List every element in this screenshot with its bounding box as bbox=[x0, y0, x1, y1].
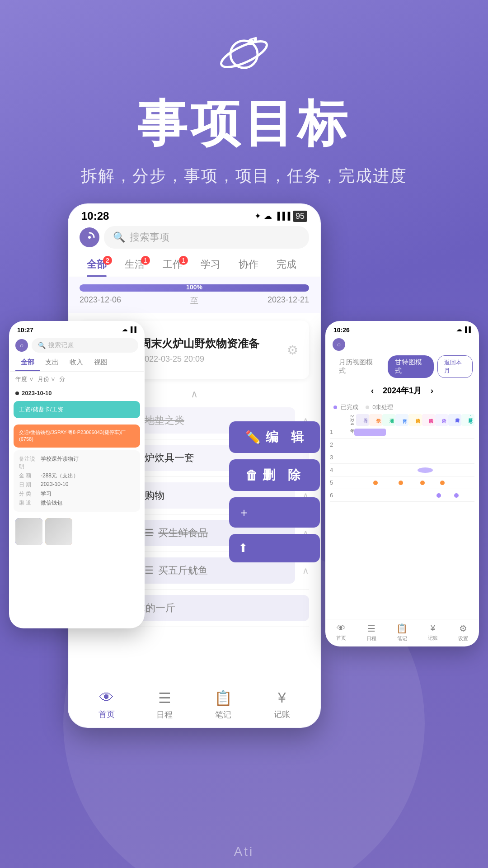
search-placeholder: 搜索事项 bbox=[130, 231, 169, 244]
main-search-row: 🔍 搜索事项 bbox=[69, 226, 320, 252]
rp-bottom-nav: 👁 首页 ☰ 日程 📋 笔记 ¥ 记账 ⚙ 设置 bbox=[326, 619, 478, 646]
gantt-row-3: 3 bbox=[330, 451, 474, 464]
progress-section: 100% 2023-12-06 至 2023-12-21 bbox=[69, 277, 320, 313]
search-icon: 🔍 bbox=[113, 231, 125, 243]
lp-tab-all[interactable]: 全部 bbox=[15, 354, 40, 371]
header-section: 事项目标 拆解，分步，事项，项目，任务，完成进度 bbox=[0, 0, 488, 187]
lp-filters: 年度 ∨ 月份 ∨ 分 bbox=[10, 372, 144, 387]
delete-btn[interactable]: 🗑 删 除 bbox=[229, 459, 320, 491]
date-range: 2023-12-06 至 2023-12-21 bbox=[80, 295, 309, 306]
lp-img-1 bbox=[15, 518, 42, 545]
gantt-headers: 2024年 自习 数学 地理 体育 户外活动 联系活动 外语 高山露营结好友 环… bbox=[326, 414, 478, 426]
rp-nav-notes[interactable]: 📋 笔记 bbox=[396, 623, 408, 642]
gantt-chart: 2024年 自习 数学 地理 体育 户外活动 联系活动 外语 高山露营结好友 环… bbox=[326, 414, 478, 502]
nav-notes[interactable]: 📋 笔记 bbox=[214, 689, 232, 720]
task-info: 周末火炉山野炊物资准备 2022-03-25 20:09 bbox=[140, 336, 278, 364]
gantt-row-6: 6 bbox=[330, 489, 474, 502]
main-bottom-nav: 👁 首页 ☰ 日程 📋 笔记 ¥ 记账 bbox=[69, 682, 320, 727]
gantt-rows: 1 2 3 bbox=[326, 426, 478, 502]
screenshots-area: 10:28 ✦☁▐▐▐ 95 🔍 搜索事项 bbox=[0, 194, 488, 868]
date-sep: 至 bbox=[190, 295, 198, 306]
lp-search[interactable]: 🔍搜索记账 bbox=[32, 338, 138, 353]
lp-entry-2[interactable]: 交通/微信钱包/JSPAY-粤8-P23066043(捷停车)厂(6758) bbox=[14, 425, 140, 448]
nav-ledger[interactable]: ¥ 记账 bbox=[274, 689, 290, 720]
lp-note-amount: 金 额 -288元（支出） bbox=[19, 472, 135, 480]
gantt-col-3: 地理 bbox=[382, 414, 395, 426]
gantt-row-2: 2 bbox=[330, 439, 474, 451]
task-settings-icon[interactable]: ⚙ bbox=[287, 343, 298, 358]
rp-nav-schedule[interactable]: ☰ 日程 bbox=[366, 623, 376, 642]
gantt-row-1: 1 bbox=[330, 426, 474, 439]
rp-return-btn[interactable]: 返回本月 bbox=[437, 355, 473, 378]
lp-tab-view[interactable]: 视图 bbox=[89, 354, 113, 371]
tab-all[interactable]: 全部2 bbox=[78, 252, 116, 277]
legend-item-2: 0未处理 bbox=[366, 403, 394, 411]
end-date: 2023-12-21 bbox=[267, 295, 309, 306]
gantt-row-label-2: 2 bbox=[330, 441, 348, 448]
share-btn[interactable]: ⬆ bbox=[229, 534, 320, 562]
edit-btn[interactable]: ✏️ 编 辑 bbox=[229, 421, 320, 453]
lp-search-row: ○ 🔍搜索记账 bbox=[10, 336, 144, 354]
rp-legend: 已完成 0未处理 bbox=[326, 401, 478, 414]
app-title: 事项目标 bbox=[137, 90, 351, 158]
rp-nav-home-icon: 👁 bbox=[337, 623, 346, 633]
rp-cal-prev[interactable]: ‹ bbox=[371, 386, 374, 396]
main-search[interactable]: 🔍 搜索事项 bbox=[104, 226, 309, 249]
app-subtitle: 拆解，分步，事项，项目，任务，完成进度 bbox=[81, 165, 407, 187]
legend-dot-2 bbox=[366, 406, 369, 409]
gantt-year-label: 2024年 bbox=[348, 414, 356, 426]
main-time: 10:28 bbox=[81, 210, 109, 222]
lp-entry-1[interactable]: 工资/储蓄卡/工资 bbox=[14, 401, 140, 418]
planet-icon bbox=[217, 27, 271, 81]
nav-home[interactable]: 👁 首页 bbox=[99, 689, 115, 720]
rp-nav-settings[interactable]: ⚙ 设置 bbox=[458, 623, 468, 642]
nav-schedule[interactable]: ☰ 日程 bbox=[156, 689, 173, 720]
lp-tab-income[interactable]: 收入 bbox=[64, 354, 89, 371]
gantt-bar-1-1 bbox=[354, 429, 386, 436]
rp-nav-home[interactable]: 👁 首页 bbox=[336, 623, 346, 642]
gantt-col-7: 外语 bbox=[435, 414, 448, 426]
rp-mode-gantt[interactable]: 甘特图模式 bbox=[388, 355, 434, 378]
tab-all-badge: 2 bbox=[103, 256, 112, 265]
gantt-dot-6-1 bbox=[436, 493, 441, 498]
task-title: 周末火炉山野炊物资准备 bbox=[140, 336, 278, 351]
gantt-row-5: 5 bbox=[330, 476, 474, 489]
svg-point-5 bbox=[88, 236, 91, 239]
gantt-col-5: 户外活动 bbox=[408, 414, 422, 426]
progress-bar: 100% bbox=[80, 284, 309, 292]
nav-ledger-icon: ¥ bbox=[278, 689, 286, 706]
gantt-dot-4 bbox=[418, 467, 433, 473]
rp-mode-tabs: 月历视图模式 甘特图模式 返回本月 bbox=[326, 353, 478, 381]
rp-nav-ledger-icon: ¥ bbox=[431, 623, 436, 633]
tab-work[interactable]: 工作1 bbox=[154, 252, 192, 277]
lp-filter-year[interactable]: 年度 ∨ bbox=[15, 375, 34, 383]
left-phone: 10:27 ☁ ▐▐ ○ 🔍搜索记账 全部 支出 收入 bbox=[9, 321, 145, 628]
lp-icons: ☁ ▐▐ bbox=[122, 326, 136, 334]
tab-life[interactable]: 生活1 bbox=[116, 252, 154, 277]
gantt-row-label-1: 1 bbox=[330, 429, 348, 435]
nav-schedule-icon: ☰ bbox=[158, 689, 171, 707]
lp-filter-sort[interactable]: 分 bbox=[59, 375, 65, 383]
lp-img-2 bbox=[45, 518, 72, 545]
tab-collab[interactable]: 协作 bbox=[230, 252, 267, 277]
lp-date-header: 2023-10-10 bbox=[10, 387, 144, 399]
lp-tab-expense[interactable]: 支出 bbox=[40, 354, 64, 371]
lp-tabs: 全部 支出 收入 视图 bbox=[10, 354, 144, 372]
gantt-col-2: 数学 bbox=[369, 414, 382, 426]
add-btn[interactable]: ＋ bbox=[229, 497, 320, 528]
lp-spacer bbox=[10, 420, 144, 423]
rp-cal-next[interactable]: › bbox=[431, 386, 433, 396]
rp-logo: ○ bbox=[333, 338, 345, 351]
nav-home-icon: 👁 bbox=[99, 689, 114, 706]
lp-filter-month[interactable]: 月份 ∨ bbox=[38, 375, 56, 383]
gantt-col-1: 自习 bbox=[356, 414, 369, 426]
rp-status: 10:26 ☁ ▐▐ bbox=[326, 322, 478, 336]
rp-time: 10:26 bbox=[333, 326, 350, 334]
rp-mode-calendar[interactable]: 月历视图模式 bbox=[332, 355, 384, 378]
tab-study[interactable]: 学习 bbox=[192, 252, 230, 277]
rp-nav-notes-icon: 📋 bbox=[396, 623, 408, 634]
tab-done[interactable]: 完成 bbox=[267, 252, 305, 277]
svg-point-2 bbox=[248, 39, 254, 45]
rp-nav-ledger[interactable]: ¥ 记账 bbox=[428, 623, 438, 642]
legend-item-1: 已完成 bbox=[333, 403, 358, 411]
